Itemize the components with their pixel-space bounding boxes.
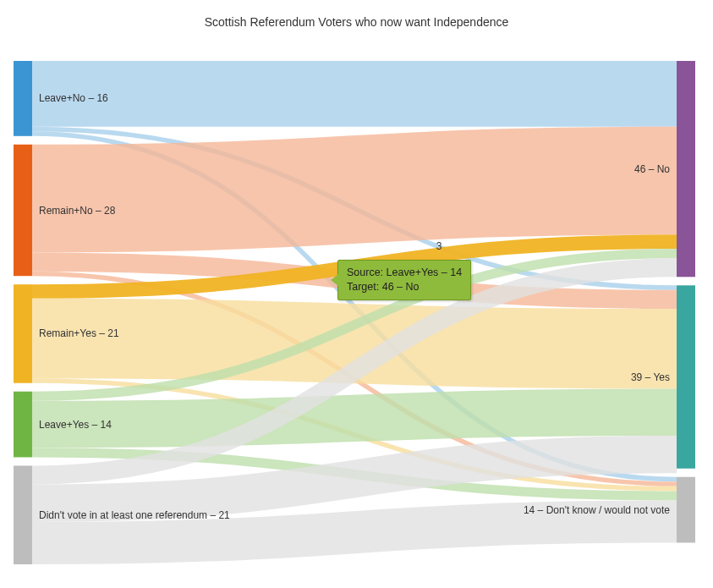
target-label-yes: 39 – Yes [631,371,670,383]
sankey-link[interactable] [32,338,677,349]
sankey-link[interactable] [32,181,677,199]
sankey-link[interactable] [32,412,677,424]
source-node-didnt_vote[interactable] [14,465,32,564]
tooltip-source-prefix: Source: [347,267,383,278]
target-label-no: 46 – No [634,163,670,175]
highlighted-link-value: 3 [436,240,442,252]
sankey-link[interactable] [32,521,677,543]
target-node-no[interactable] [677,61,695,277]
source-node-remain_yes[interactable] [14,284,32,383]
tooltip-source: Leave+Yes – 14 [387,267,463,278]
source-node-leave_no[interactable] [14,61,32,136]
tooltip-target-prefix: Target: [347,281,379,293]
target-node-yes[interactable] [677,285,695,468]
source-label-leave_yes: Leave+Yes – 14 [39,419,112,431]
source-node-remain_no[interactable] [14,145,32,276]
source-node-leave_yes[interactable] [14,392,32,458]
link-tooltip: Source: Leave+Yes – 14 Target: 46 – No [337,260,471,300]
chart-title: Scottish Referendum Voters who now want … [0,0,713,52]
tooltip-target: 46 – No [382,281,420,293]
sankey-chart: Leave+No – 16Remain+No – 28Remain+Yes – … [0,52,713,573]
source-label-leave_no: Leave+No – 16 [39,92,108,104]
target-label-dk: 14 – Don't know / would not vote [524,504,670,516]
source-label-didnt_vote: Didn't vote in at least one referendum –… [39,509,230,521]
target-node-dk[interactable] [677,477,695,543]
source-label-remain_yes: Remain+Yes – 21 [39,327,119,339]
source-label-remain_no: Remain+No – 28 [39,205,116,217]
